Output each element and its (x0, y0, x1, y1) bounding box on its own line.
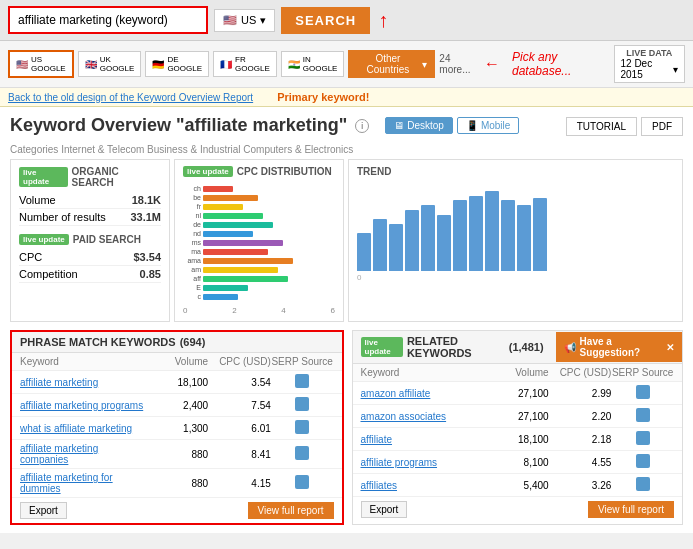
tab-us[interactable]: 🇺🇸 USGOOGLE (8, 50, 74, 78)
search-input[interactable]: affiliate marketing (keyword) (8, 6, 208, 34)
related-export-button[interactable]: Export (361, 501, 408, 518)
keyword-link[interactable]: affiliate marketing programs (20, 400, 145, 411)
cpc-cell: 3.54 (208, 377, 271, 388)
keyword-link[interactable]: what is affiliate marketing (20, 423, 145, 434)
cpc-cell: 8.41 (208, 449, 271, 460)
trend-panel: TREND 0 (348, 159, 683, 322)
keyword-link[interactable]: affiliate programs (361, 457, 486, 468)
cpc-bar-fill (203, 204, 243, 210)
tutorial-button[interactable]: TUTORIAL (566, 117, 637, 136)
tabs-bar: 🇺🇸 USGOOGLE 🇬🇧 UKGOOGLE 🇩🇪 DEGOOGLE 🇫🇷 F… (0, 41, 693, 88)
cpc-bar-label: de (183, 221, 201, 228)
phrase-export-button[interactable]: Export (20, 502, 67, 519)
results-row: Number of results 33.1M (19, 209, 161, 226)
cpc-bar-fill (203, 276, 288, 282)
trend-bar (469, 196, 483, 271)
trend-bar (373, 219, 387, 271)
megaphone-icon: 📢 (564, 342, 576, 353)
fr-flag-icon: 🇫🇷 (220, 59, 232, 70)
mobile-tab[interactable]: 📱 Mobile (457, 117, 519, 134)
tab-fr[interactable]: 🇫🇷 FRGOOGLE (213, 51, 277, 77)
close-icon[interactable]: ✕ (666, 342, 674, 353)
keyword-link[interactable]: affiliate (361, 434, 486, 445)
serp-cell (271, 475, 334, 491)
arrow-pick-icon: ← (484, 55, 500, 73)
uk-flag-icon: 🇬🇧 (85, 59, 97, 70)
cpc-cell: 2.20 (549, 411, 612, 422)
keyword-link[interactable]: amazon affiliate (361, 388, 486, 399)
cpc-bar-fill (203, 249, 268, 255)
country-selector[interactable]: 🇺🇸 US ▾ (214, 9, 275, 32)
related-columns: Keyword Volume CPC (USD) SERP Source (353, 364, 683, 382)
cpc-bar-row: de (183, 221, 335, 228)
in-flag-icon: 🇮🇳 (288, 59, 300, 70)
cpc-row: CPC $3.54 (19, 249, 161, 266)
cpc-bar-fill (203, 240, 283, 246)
tab-uk[interactable]: 🇬🇧 UKGOOGLE (78, 51, 142, 77)
pick-any-label: Pick any database... (512, 50, 610, 78)
trend-bar (501, 200, 515, 271)
phrase-match-rows: affiliate marketing 18,100 3.54 affiliat… (12, 371, 342, 498)
chevron-down-icon: ▾ (260, 14, 266, 27)
trend-bar (389, 224, 403, 271)
cpc-cell: 4.15 (208, 478, 271, 489)
table-row: affiliate marketing programs 2,400 7.54 (12, 394, 342, 417)
related-keywords-table: live update RELATED KEYWORDS (1,481) 📢 H… (352, 330, 684, 525)
trend-x-axis: 0 (357, 273, 674, 282)
keyword-link[interactable]: amazon associates (361, 411, 486, 422)
cpc-bar-label: E (183, 284, 201, 291)
keyword-link[interactable]: affiliate marketing companies (20, 443, 145, 465)
table-row: what is affiliate marketing 1,300 6.01 (12, 417, 342, 440)
volume-row: Volume 18.1K (19, 192, 161, 209)
search-button[interactable]: SEARCH (281, 7, 370, 34)
cpc-bar-row: c (183, 293, 335, 300)
cpc-bar-label: am (183, 266, 201, 273)
competition-row: Competition 0.85 (19, 266, 161, 283)
tab-in[interactable]: 🇮🇳 INGOOGLE (281, 51, 345, 77)
trend-title: TREND (357, 166, 674, 177)
keyword-link[interactable]: affiliate marketing (20, 377, 145, 388)
serp-icon (636, 385, 650, 399)
table-row: amazon associates 27,100 2.20 (353, 405, 683, 428)
chevron-down-icon: ▾ (422, 59, 427, 70)
cpc-bar-row: be (183, 194, 335, 201)
desktop-tab[interactable]: 🖥 Desktop (385, 117, 453, 134)
cpc-bar-label: fr (183, 203, 201, 210)
cpc-bar-row: ch (183, 185, 335, 192)
organic-search-panel: live update ORGANIC SEARCH Volume 18.1K … (10, 159, 170, 322)
bottom-section: PHRASE MATCH KEYWORDS (694) Keyword Volu… (10, 330, 683, 525)
info-icon[interactable]: i (355, 119, 369, 133)
related-view-report-button[interactable]: View full report (588, 501, 674, 518)
primary-keyword-badge: Primary keyword! (277, 91, 369, 103)
cpc-bar-row: fr (183, 203, 335, 210)
us-flag: 🇺🇸 (223, 14, 237, 27)
phrase-view-report-button[interactable]: View full report (248, 502, 334, 519)
us-flag-icon: 🇺🇸 (16, 59, 28, 70)
serp-icon (636, 454, 650, 468)
tab-de[interactable]: 🇩🇪 DEGOOGLE (145, 51, 209, 77)
trend-bar (405, 210, 419, 271)
cpc-bar-label: nl (183, 212, 201, 219)
serp-cell (271, 397, 334, 413)
pdf-button[interactable]: PDF (641, 117, 683, 136)
cpc-cell: 2.99 (549, 388, 612, 399)
cpc-bar-fill (203, 195, 258, 201)
serp-icon (636, 477, 650, 491)
breadcrumbs: Categories Internet & Telecom Business &… (10, 144, 683, 155)
more-count: 24 more... (439, 53, 480, 75)
cpc-axis: 0246 (183, 306, 335, 315)
cpc-cell: 7.54 (208, 400, 271, 411)
serp-cell (611, 454, 674, 470)
serp-icon (295, 397, 309, 411)
trend-bar (485, 191, 499, 271)
cpc-bar-label: nd (183, 230, 201, 237)
top-right-buttons: TUTORIAL PDF (566, 117, 683, 136)
other-countries-btn[interactable]: Other Countries ▾ (348, 50, 435, 78)
cpc-bar-label: aff (183, 275, 201, 282)
back-link-text[interactable]: Back to the old design of the Keyword Ov… (8, 92, 253, 103)
keyword-link[interactable]: affiliates (361, 480, 486, 491)
serp-cell (611, 385, 674, 401)
keyword-link[interactable]: affiliate marketing for dummies (20, 472, 145, 494)
related-keywords-header: live update RELATED KEYWORDS (1,481) 📢 H… (353, 331, 683, 364)
serp-icon (295, 374, 309, 388)
